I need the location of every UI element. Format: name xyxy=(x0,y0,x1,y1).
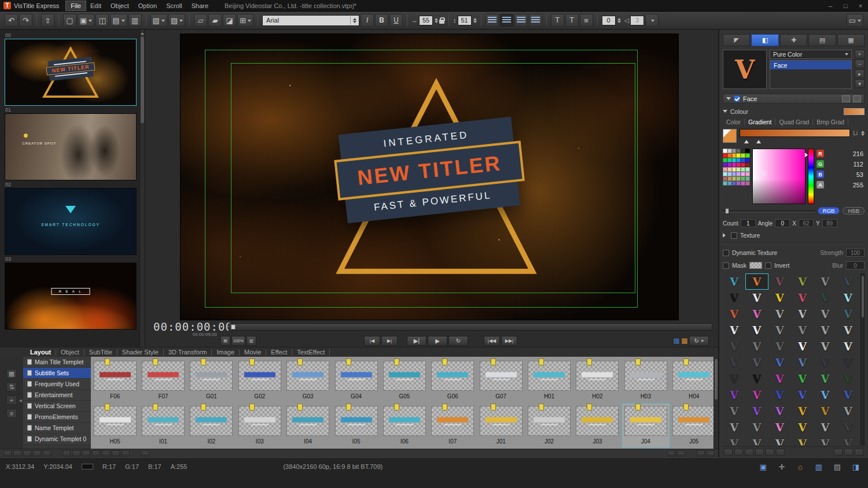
template-cell[interactable]: G01 xyxy=(187,358,236,403)
letter-style-swatch[interactable]: V xyxy=(814,354,836,371)
palette-swatch[interactable] xyxy=(741,153,745,158)
library-tool-icon[interactable]: ⇅ xyxy=(6,382,17,391)
layer-action-button[interactable]: ▾ xyxy=(855,79,865,88)
thumbnail-scrollbar[interactable] xyxy=(139,29,145,347)
toolbar-button[interactable]: ◫ xyxy=(95,14,109,27)
template-cell[interactable]: G05 xyxy=(380,358,428,403)
prev-frame-button[interactable]: |◀ xyxy=(364,336,380,346)
library-tab[interactable]: Image xyxy=(212,349,240,356)
palette-swatch[interactable] xyxy=(736,167,741,172)
gradient-bar[interactable] xyxy=(740,129,850,137)
letter-style-swatch[interactable]: V xyxy=(837,403,859,419)
rgb-mode-button[interactable]: RGB xyxy=(818,207,840,215)
zoom-in-icon[interactable] xyxy=(677,450,685,456)
status-tool-icon[interactable]: ⌂ xyxy=(794,462,807,471)
palette-swatch[interactable] xyxy=(727,181,732,186)
font-family-select[interactable]: Arial xyxy=(262,15,359,26)
letter-style-swatch[interactable]: V xyxy=(768,306,791,322)
letter-style-swatch[interactable]: V xyxy=(791,290,814,306)
template-cell[interactable]: I01 xyxy=(139,403,187,448)
mini-tool-button[interactable] xyxy=(3,450,12,456)
mini-tool-button[interactable] xyxy=(82,450,90,456)
toolbar-button[interactable]: ⇧ xyxy=(41,14,54,27)
letter-style-swatch[interactable]: V xyxy=(837,354,859,371)
template-cell[interactable]: H05 xyxy=(91,403,139,448)
style-tool-button[interactable] xyxy=(724,449,733,456)
letter-style-swatch[interactable]: V xyxy=(768,354,791,371)
play-to-end-button[interactable]: ▶| xyxy=(407,336,426,346)
letter-style-swatch[interactable]: V xyxy=(837,387,859,403)
letter-style-swatch[interactable]: V xyxy=(745,419,768,435)
template-cell[interactable]: J04 xyxy=(621,403,670,448)
letter-style-swatch[interactable]: V xyxy=(837,338,859,354)
mini-tool-button[interactable] xyxy=(43,450,51,456)
toolbar-button[interactable]: ↶ xyxy=(5,14,18,27)
list-button[interactable]: ≡ xyxy=(580,14,593,27)
texture-checkbox[interactable] xyxy=(731,232,737,239)
palette-swatch[interactable] xyxy=(745,176,750,181)
expand-triangle-icon[interactable] xyxy=(723,233,728,238)
gradient-mode-tab[interactable]: Gradient xyxy=(745,119,775,125)
letter-style-swatch[interactable]: V xyxy=(791,403,814,419)
letter-style-swatch[interactable]: V xyxy=(745,403,768,419)
library-tab[interactable]: Layout xyxy=(25,349,56,356)
letter-style-swatch[interactable]: V xyxy=(768,273,791,290)
toolbar-button[interactable]: ▥ xyxy=(128,14,142,27)
mini-tool-button[interactable] xyxy=(62,450,71,456)
mini-tool-button[interactable] xyxy=(697,450,705,456)
letter-style-swatch[interactable]: V xyxy=(723,354,745,371)
palette-swatch[interactable] xyxy=(723,176,727,181)
scrollbar-thumb[interactable] xyxy=(715,359,718,400)
letter-style-swatch[interactable]: V xyxy=(791,435,814,445)
mini-tool-button[interactable] xyxy=(112,450,120,456)
align-center-button[interactable] xyxy=(500,14,513,27)
palette-swatch[interactable] xyxy=(736,172,741,176)
letter-style-swatch[interactable]: V xyxy=(745,273,768,290)
palette-swatch[interactable] xyxy=(727,149,732,153)
palette-swatch[interactable] xyxy=(732,149,737,153)
letter-style-swatch[interactable]: V xyxy=(723,387,745,403)
letter-style-swatch[interactable]: V xyxy=(837,306,859,322)
letter-style-swatch[interactable]: V xyxy=(837,435,859,445)
mini-tool-button[interactable] xyxy=(72,450,80,456)
count-field[interactable]: 1 xyxy=(741,219,756,227)
playhead-cursor[interactable] xyxy=(231,324,236,330)
status-tool-icon[interactable]: ✛ xyxy=(775,462,788,471)
letter-style-swatch[interactable]: V xyxy=(791,419,814,435)
strength-field[interactable]: 100 xyxy=(846,249,865,257)
x-field[interactable]: 62 xyxy=(799,219,814,227)
letter-style-swatch[interactable]: V xyxy=(723,338,745,354)
toolbar-button[interactable]: ▧ xyxy=(150,14,167,27)
letter-style-swatch[interactable]: V xyxy=(814,306,836,322)
library-scrollbar[interactable] xyxy=(713,357,718,449)
palette-swatch[interactable] xyxy=(745,172,750,176)
palette-swatch[interactable] xyxy=(727,172,732,176)
library-tab[interactable]: Object xyxy=(56,349,84,356)
template-cell[interactable]: H04 xyxy=(670,358,718,403)
template-cell[interactable]: J03 xyxy=(573,403,621,448)
template-cell[interactable]: I06 xyxy=(380,403,428,448)
palette-swatch[interactable] xyxy=(745,181,750,186)
template-cell[interactable]: J05 xyxy=(670,403,718,448)
gradient-mode-tab[interactable]: Color xyxy=(723,119,745,125)
mini-tool-button[interactable] xyxy=(122,450,130,456)
property-tab[interactable]: ▦ xyxy=(837,34,865,46)
toolbar-button[interactable]: ▢ xyxy=(63,14,76,27)
layer-item-face[interactable]: Face xyxy=(770,61,851,69)
style-tool-button[interactable] xyxy=(745,449,753,456)
palette-swatch[interactable] xyxy=(745,162,750,167)
zoom-level-button[interactable]: 100% xyxy=(231,336,245,346)
palette-swatch[interactable] xyxy=(732,172,737,176)
preview-canvas[interactable]: INTEGRATED NEW TITLER FAST & POWERFUL xyxy=(180,34,679,320)
blur-field[interactable]: 0 xyxy=(846,261,865,269)
letter-style-swatch[interactable]: V xyxy=(768,338,791,354)
thumbnail-gold-title[interactable]: NEW TITLER xyxy=(5,39,137,106)
palette-swatch[interactable] xyxy=(723,153,727,158)
next-frame-button[interactable]: ▶| xyxy=(381,336,398,346)
category-item[interactable]: PromoElements xyxy=(23,412,91,423)
menu-item[interactable]: Scroll xyxy=(161,1,187,10)
template-cell[interactable]: J02 xyxy=(525,403,573,448)
style-tool-button[interactable] xyxy=(776,449,785,456)
audio-field[interactable]: 3 xyxy=(630,16,644,25)
mask-swatch[interactable] xyxy=(749,262,762,269)
